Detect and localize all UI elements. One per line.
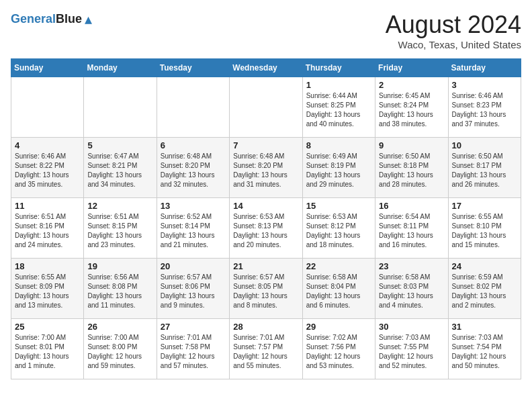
day-info: Sunrise: 7:00 AM Sunset: 8:01 PM Dayligh… (15, 333, 80, 371)
day-info: Sunrise: 7:00 AM Sunset: 8:00 PM Dayligh… (87, 333, 152, 371)
day-number: 3 (452, 80, 517, 90)
calendar-week-row: 4Sunrise: 6:46 AM Sunset: 8:22 PM Daylig… (11, 138, 521, 198)
day-info: Sunrise: 6:48 AM Sunset: 8:20 PM Dayligh… (233, 152, 298, 189)
day-number: 1 (306, 80, 371, 90)
calendar-cell: 27Sunrise: 7:01 AM Sunset: 7:58 PM Dayli… (157, 319, 229, 379)
day-number: 10 (452, 140, 517, 150)
day-info: Sunrise: 6:55 AM Sunset: 8:09 PM Dayligh… (15, 273, 80, 310)
day-info: Sunrise: 6:54 AM Sunset: 8:11 PM Dayligh… (379, 212, 444, 250)
day-info: Sunrise: 6:46 AM Sunset: 8:22 PM Dayligh… (15, 152, 80, 189)
day-info: Sunrise: 6:47 AM Sunset: 8:21 PM Dayligh… (87, 152, 152, 189)
day-info: Sunrise: 7:01 AM Sunset: 7:58 PM Dayligh… (161, 333, 226, 371)
column-header-friday: Friday (375, 59, 448, 77)
day-info: Sunrise: 6:52 AM Sunset: 8:14 PM Dayligh… (161, 212, 226, 250)
calendar-cell: 22Sunrise: 6:58 AM Sunset: 8:04 PM Dayli… (302, 259, 375, 319)
day-number: 6 (161, 140, 226, 150)
day-info: Sunrise: 6:59 AM Sunset: 8:02 PM Dayligh… (452, 273, 517, 310)
calendar-cell (11, 77, 84, 138)
calendar-cell: 19Sunrise: 6:56 AM Sunset: 8:08 PM Dayli… (84, 259, 157, 319)
column-header-sunday: Sunday (11, 59, 84, 77)
day-number: 11 (15, 201, 80, 211)
calendar-cell: 18Sunrise: 6:55 AM Sunset: 8:09 PM Dayli… (11, 259, 84, 319)
calendar-cell: 7Sunrise: 6:48 AM Sunset: 8:20 PM Daylig… (230, 138, 302, 198)
day-number: 24 (452, 261, 517, 271)
day-info: Sunrise: 6:48 AM Sunset: 8:20 PM Dayligh… (161, 152, 226, 189)
calendar-week-row: 18Sunrise: 6:55 AM Sunset: 8:09 PM Dayli… (11, 259, 521, 319)
calendar-cell: 9Sunrise: 6:50 AM Sunset: 8:18 PM Daylig… (375, 138, 448, 198)
day-number: 17 (452, 201, 517, 211)
calendar-cell: 10Sunrise: 6:50 AM Sunset: 8:17 PM Dayli… (448, 138, 521, 198)
day-number: 15 (306, 201, 371, 211)
calendar-cell: 13Sunrise: 6:52 AM Sunset: 8:14 PM Dayli… (157, 198, 229, 259)
day-number: 29 (306, 322, 371, 332)
calendar-cell (84, 77, 157, 138)
calendar-cell (230, 77, 302, 138)
day-info: Sunrise: 7:02 AM Sunset: 7:56 PM Dayligh… (306, 333, 371, 371)
day-number: 8 (306, 140, 371, 150)
day-info: Sunrise: 6:50 AM Sunset: 8:17 PM Dayligh… (452, 152, 517, 189)
day-info: Sunrise: 6:45 AM Sunset: 8:24 PM Dayligh… (379, 91, 444, 129)
calendar-cell: 16Sunrise: 6:54 AM Sunset: 8:11 PM Dayli… (375, 198, 448, 259)
calendar-cell: 14Sunrise: 6:53 AM Sunset: 8:13 PM Dayli… (230, 198, 302, 259)
calendar-cell: 26Sunrise: 7:00 AM Sunset: 8:00 PM Dayli… (84, 319, 157, 379)
column-header-tuesday: Tuesday (157, 59, 229, 77)
day-number: 13 (161, 201, 226, 211)
day-info: Sunrise: 6:44 AM Sunset: 8:25 PM Dayligh… (306, 91, 371, 129)
day-number: 26 (87, 322, 152, 332)
day-number: 19 (87, 261, 152, 271)
calendar-cell: 4Sunrise: 6:46 AM Sunset: 8:22 PM Daylig… (11, 138, 84, 198)
calendar-cell: 6Sunrise: 6:48 AM Sunset: 8:20 PM Daylig… (157, 138, 229, 198)
day-number: 14 (233, 201, 298, 211)
day-number: 9 (379, 140, 444, 150)
logo-bird-icon: ▴ (85, 11, 92, 28)
calendar-header-row: SundayMondayTuesdayWednesdayThursdayFrid… (11, 59, 521, 77)
day-info: Sunrise: 6:50 AM Sunset: 8:18 PM Dayligh… (379, 152, 444, 189)
calendar-cell: 30Sunrise: 7:03 AM Sunset: 7:55 PM Dayli… (375, 319, 448, 379)
day-info: Sunrise: 6:53 AM Sunset: 8:12 PM Dayligh… (306, 212, 371, 250)
day-info: Sunrise: 7:01 AM Sunset: 7:57 PM Dayligh… (233, 333, 298, 371)
calendar-week-row: 1Sunrise: 6:44 AM Sunset: 8:25 PM Daylig… (11, 77, 521, 138)
calendar-table: SundayMondayTuesdayWednesdayThursdayFrid… (11, 58, 521, 379)
day-number: 31 (452, 322, 517, 332)
day-info: Sunrise: 6:51 AM Sunset: 8:16 PM Dayligh… (15, 212, 80, 250)
calendar-cell: 24Sunrise: 6:59 AM Sunset: 8:02 PM Dayli… (448, 259, 521, 319)
calendar-cell: 11Sunrise: 6:51 AM Sunset: 8:16 PM Dayli… (11, 198, 84, 259)
day-info: Sunrise: 7:03 AM Sunset: 7:55 PM Dayligh… (379, 333, 444, 371)
calendar-cell: 3Sunrise: 6:46 AM Sunset: 8:23 PM Daylig… (448, 77, 521, 138)
logo: GeneralBlue ▴ (11, 11, 92, 28)
calendar-cell: 28Sunrise: 7:01 AM Sunset: 7:57 PM Dayli… (230, 319, 302, 379)
page-header: GeneralBlue ▴ August 2024 Waco, Texas, U… (11, 11, 521, 50)
day-info: Sunrise: 6:57 AM Sunset: 8:05 PM Dayligh… (233, 273, 298, 310)
day-number: 21 (233, 261, 298, 271)
column-header-wednesday: Wednesday (230, 59, 302, 77)
day-number: 27 (161, 322, 226, 332)
day-info: Sunrise: 7:03 AM Sunset: 7:54 PM Dayligh… (452, 333, 517, 371)
day-number: 2 (379, 80, 444, 90)
location-subtitle: Waco, Texas, United States (386, 39, 521, 50)
day-info: Sunrise: 6:57 AM Sunset: 8:06 PM Dayligh… (161, 273, 226, 310)
calendar-cell: 2Sunrise: 6:45 AM Sunset: 8:24 PM Daylig… (375, 77, 448, 138)
calendar-week-row: 11Sunrise: 6:51 AM Sunset: 8:16 PM Dayli… (11, 198, 521, 259)
calendar-cell: 17Sunrise: 6:55 AM Sunset: 8:10 PM Dayli… (448, 198, 521, 259)
calendar-week-row: 25Sunrise: 7:00 AM Sunset: 8:01 PM Dayli… (11, 319, 521, 379)
day-info: Sunrise: 6:58 AM Sunset: 8:04 PM Dayligh… (306, 273, 371, 310)
logo-text: GeneralBlue (11, 12, 82, 27)
day-info: Sunrise: 6:49 AM Sunset: 8:19 PM Dayligh… (306, 152, 371, 189)
day-number: 5 (87, 140, 152, 150)
calendar-cell: 31Sunrise: 7:03 AM Sunset: 7:54 PM Dayli… (448, 319, 521, 379)
calendar-cell: 23Sunrise: 6:58 AM Sunset: 8:03 PM Dayli… (375, 259, 448, 319)
day-number: 22 (306, 261, 371, 271)
day-info: Sunrise: 6:46 AM Sunset: 8:23 PM Dayligh… (452, 91, 517, 129)
calendar-cell: 25Sunrise: 7:00 AM Sunset: 8:01 PM Dayli… (11, 319, 84, 379)
day-number: 18 (15, 261, 80, 271)
calendar-cell: 5Sunrise: 6:47 AM Sunset: 8:21 PM Daylig… (84, 138, 157, 198)
column-header-monday: Monday (84, 59, 157, 77)
calendar-cell: 8Sunrise: 6:49 AM Sunset: 8:19 PM Daylig… (302, 138, 375, 198)
calendar-cell: 20Sunrise: 6:57 AM Sunset: 8:06 PM Dayli… (157, 259, 229, 319)
column-header-thursday: Thursday (302, 59, 375, 77)
day-info: Sunrise: 6:51 AM Sunset: 8:15 PM Dayligh… (87, 212, 152, 250)
title-block: August 2024 Waco, Texas, United States (386, 11, 521, 50)
day-number: 20 (161, 261, 226, 271)
day-info: Sunrise: 6:53 AM Sunset: 8:13 PM Dayligh… (233, 212, 298, 250)
calendar-cell: 12Sunrise: 6:51 AM Sunset: 8:15 PM Dayli… (84, 198, 157, 259)
